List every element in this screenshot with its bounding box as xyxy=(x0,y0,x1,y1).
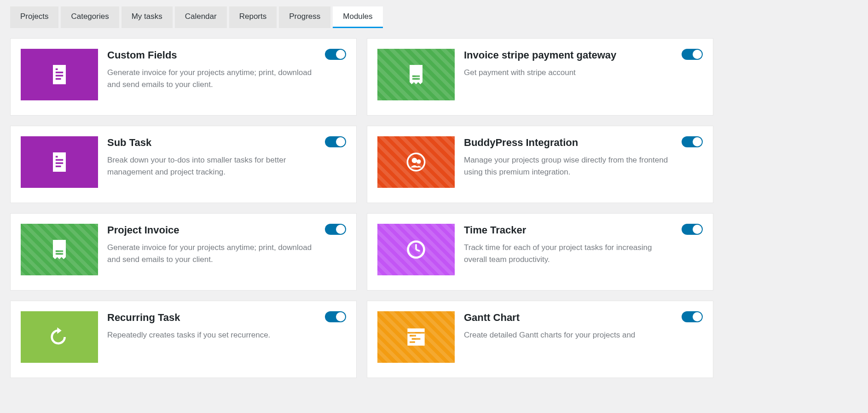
module-card: $Project InvoiceGenerate invoice for you… xyxy=(10,213,357,291)
svg-rect-24 xyxy=(410,335,416,337)
tab-projects[interactable]: Projects xyxy=(10,6,58,28)
module-title: BuddyPress Integration xyxy=(464,136,675,150)
svg-line-21 xyxy=(416,250,420,251)
toggle-knob xyxy=(336,137,345,146)
svg-rect-22 xyxy=(407,328,424,345)
module-description: Generate invoice for your projects anyti… xyxy=(107,242,318,266)
module-card: Sub TaskBreak down your to-dos into smal… xyxy=(10,126,357,203)
svg-point-14 xyxy=(412,158,417,163)
invoice-icon: $ xyxy=(403,62,429,87)
tab-progress[interactable]: Progress xyxy=(279,6,330,28)
module-card: BuddyPress IntegrationManage your projec… xyxy=(367,126,713,203)
svg-point-19 xyxy=(408,242,424,258)
module-title: Time Tracker xyxy=(464,224,675,237)
gantt-icon xyxy=(403,324,429,350)
module-description: Get payment with stripe account xyxy=(464,67,675,79)
module-thumbnail xyxy=(21,136,98,188)
doc-icon xyxy=(46,62,72,87)
doc-icon xyxy=(46,149,72,175)
svg-rect-0 xyxy=(53,65,66,84)
module-toggle[interactable] xyxy=(682,136,703,147)
toggle-knob xyxy=(336,50,345,59)
module-toggle[interactable] xyxy=(682,49,703,60)
toggle-knob xyxy=(336,225,345,234)
module-card: $Invoice stripe payment gatewayGet payme… xyxy=(367,38,713,116)
svg-rect-8 xyxy=(53,152,66,172)
module-toggle[interactable] xyxy=(325,224,346,235)
modules-grid: Custom FieldsGenerate invoice for your p… xyxy=(10,28,868,378)
module-description: Track time for each of your project task… xyxy=(464,242,675,266)
group-icon xyxy=(403,149,429,175)
svg-point-15 xyxy=(417,159,421,163)
module-title: Custom Fields xyxy=(107,49,318,62)
module-thumbnail xyxy=(21,49,98,100)
module-toggle[interactable] xyxy=(682,311,703,322)
module-description: Create detailed Gantt charts for your pr… xyxy=(464,329,675,341)
toggle-knob xyxy=(693,312,702,321)
module-toggle[interactable] xyxy=(325,49,346,60)
module-card: Custom FieldsGenerate invoice for your p… xyxy=(10,38,357,116)
module-thumbnail: $ xyxy=(21,224,98,275)
module-toggle[interactable] xyxy=(325,311,346,322)
module-title: Project Invoice xyxy=(107,224,318,237)
clock-icon xyxy=(403,237,429,262)
tab-calendar[interactable]: Calendar xyxy=(175,6,227,28)
toggle-knob xyxy=(336,312,345,321)
module-thumbnail xyxy=(377,136,455,188)
svg-text:$: $ xyxy=(414,66,418,76)
module-card: Gantt ChartCreate detailed Gantt charts … xyxy=(367,301,713,378)
toggle-knob xyxy=(693,225,702,234)
tab-modules[interactable]: Modules xyxy=(333,6,382,28)
module-thumbnail xyxy=(377,311,455,363)
module-title: Recurring Task xyxy=(107,311,318,325)
toggle-knob xyxy=(693,50,702,59)
module-card: Recurring TaskRepeatedly creates tasks i… xyxy=(10,301,357,378)
module-description: Break down your to-dos into smaller task… xyxy=(107,154,318,179)
recur-icon xyxy=(46,324,72,350)
module-card: Time TrackerTrack time for each of your … xyxy=(367,213,713,291)
tab-my-tasks[interactable]: My tasks xyxy=(122,6,173,28)
module-title: Invoice stripe payment gateway xyxy=(464,49,675,62)
invoice-icon: $ xyxy=(46,237,72,262)
svg-rect-25 xyxy=(412,338,421,340)
tab-categories[interactable]: Categories xyxy=(61,6,119,28)
module-description: Generate invoice for your projects anyti… xyxy=(107,67,318,91)
tabs: ProjectsCategoriesMy tasksCalendarReport… xyxy=(10,0,868,28)
module-toggle[interactable] xyxy=(682,224,703,235)
module-title: Gantt Chart xyxy=(464,311,675,325)
module-description: Repeatedly creates tasks if you set recu… xyxy=(107,329,318,341)
module-toggle[interactable] xyxy=(325,136,346,147)
tab-reports[interactable]: Reports xyxy=(229,6,277,28)
module-thumbnail: $ xyxy=(377,49,455,100)
svg-point-13 xyxy=(407,153,424,170)
module-title: Sub Task xyxy=(107,136,318,150)
module-thumbnail xyxy=(21,311,98,363)
module-description: Manage your projects group wise directly… xyxy=(464,154,675,179)
svg-rect-26 xyxy=(410,341,415,343)
module-thumbnail xyxy=(377,224,455,275)
svg-text:$: $ xyxy=(57,241,62,250)
toggle-knob xyxy=(693,137,702,146)
